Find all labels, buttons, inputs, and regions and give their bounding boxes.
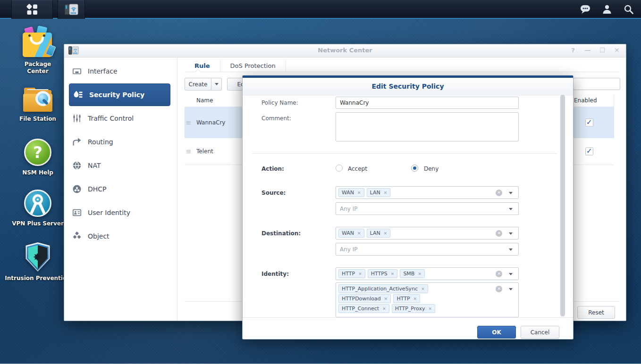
- firewall-flame-icon: [74, 90, 83, 99]
- tag-chip[interactable]: WAN: [338, 229, 364, 238]
- tag-chip[interactable]: HTTP: [393, 294, 420, 303]
- cancel-button[interactable]: Cancel: [521, 326, 559, 339]
- remove-tag-icon[interactable]: [391, 272, 395, 276]
- network-center-taskbar-button[interactable]: [58, 0, 85, 19]
- sidebar-item-object[interactable]: Object: [64, 224, 177, 248]
- main-menu-icon: [26, 3, 38, 16]
- dialog-title: Edit Security Policy: [243, 83, 573, 90]
- enabled-checkbox[interactable]: [585, 119, 593, 127]
- policy-name-cell: Telent: [196, 148, 213, 155]
- main-menu-button[interactable]: [11, 0, 53, 19]
- tag-chip[interactable]: LAN: [367, 188, 391, 197]
- comment-textarea[interactable]: [336, 112, 519, 141]
- deny-radio[interactable]: [411, 165, 418, 172]
- tag-label: HTTP_Connect: [342, 306, 379, 312]
- minimize-button[interactable]: —: [584, 47, 591, 54]
- window-titlebar[interactable]: Network Center ? — ☐ ✕: [64, 44, 626, 58]
- source-interface-field[interactable]: WAN LAN: [336, 186, 519, 199]
- sidebar-item-traffic-control[interactable]: Traffic Control: [64, 107, 177, 130]
- desktop-icon-intrusion-prevention[interactable]: ✸ Intrusion Prevention: [2, 242, 73, 282]
- accept-radio-label[interactable]: Accept: [348, 165, 367, 172]
- remove-tag-icon[interactable]: [421, 287, 425, 291]
- close-button[interactable]: ✕: [614, 47, 620, 54]
- window-controls: ? — ☐ ✕: [570, 47, 620, 54]
- tag-chip[interactable]: HTTP: [338, 269, 365, 278]
- column-header-name[interactable]: Name: [196, 97, 213, 104]
- tag-chip[interactable]: LAN: [367, 229, 391, 238]
- table-search-input[interactable]: [573, 78, 620, 90]
- sidebar-item-dhcp[interactable]: DHCP: [64, 177, 177, 201]
- tag-label: WAN: [342, 190, 354, 196]
- sidebar-item-routing[interactable]: Routing: [64, 130, 177, 154]
- chevron-down-icon[interactable]: [509, 192, 513, 194]
- drag-handle-icon[interactable]: [186, 118, 192, 127]
- enabled-checkbox[interactable]: [585, 148, 593, 156]
- tag-chip[interactable]: HTTP_Proxy: [392, 304, 435, 313]
- destination-interface-field[interactable]: WAN LAN: [336, 227, 519, 240]
- accept-radio[interactable]: [336, 165, 343, 172]
- remove-tag-icon[interactable]: [382, 306, 386, 311]
- sidebar-item-security-policy[interactable]: Security Policy: [69, 83, 170, 106]
- remove-tag-icon[interactable]: [357, 231, 361, 236]
- remove-tag-icon[interactable]: [358, 272, 362, 276]
- tag-chip[interactable]: HTTPS: [368, 269, 398, 278]
- desktop: Package Center File Station ? NSM Help V…: [0, 0, 641, 364]
- remove-tag-icon[interactable]: [384, 297, 388, 301]
- desktop-icon-package-center[interactable]: Package Center: [2, 28, 73, 75]
- create-dropdown-button[interactable]: [211, 78, 222, 91]
- sidebar-item-nat[interactable]: NAT: [64, 154, 177, 177]
- reset-button[interactable]: Reset: [577, 306, 615, 319]
- remove-tag-icon[interactable]: [357, 190, 361, 195]
- chevron-down-icon[interactable]: [509, 288, 513, 290]
- clear-field-icon[interactable]: [496, 190, 502, 196]
- clear-field-icon[interactable]: [496, 286, 502, 292]
- remove-tag-icon[interactable]: [418, 272, 422, 276]
- destination-ip-select[interactable]: Any IP: [336, 243, 519, 256]
- tab-bar: Rule DoS Protection: [185, 59, 619, 72]
- chevron-down-icon[interactable]: [509, 248, 513, 251]
- deny-radio-label[interactable]: Deny: [424, 165, 439, 172]
- tag-chip[interactable]: HTTP_Application_ActiveSync: [338, 284, 428, 293]
- sidebar-item-interface[interactable]: Interface: [64, 59, 177, 83]
- tag-chip[interactable]: HTTPDownload: [338, 294, 391, 303]
- desktop-icon-nsm-help[interactable]: ? NSM Help: [2, 139, 73, 176]
- ok-button[interactable]: OK: [477, 326, 516, 339]
- tag-chip[interactable]: SMB: [400, 269, 425, 278]
- desktop-icon-vpn-plus-server[interactable]: VPN Plus Server: [2, 190, 73, 227]
- chevron-down-icon[interactable]: [509, 208, 513, 210]
- remove-tag-icon[interactable]: [384, 231, 388, 236]
- tag-label: LAN: [370, 190, 380, 196]
- tag-label: SMB: [403, 271, 414, 277]
- section-divider: [252, 153, 557, 154]
- source-ip-select[interactable]: Any IP: [336, 202, 519, 215]
- tag-chip[interactable]: HTTP_Connect: [338, 304, 389, 313]
- create-split-button: Create: [185, 78, 222, 91]
- remove-tag-icon[interactable]: [428, 306, 432, 311]
- cubes-icon: [72, 232, 82, 241]
- identity-service-field[interactable]: HTTP HTTPS SMB: [336, 267, 519, 280]
- policy-name-input[interactable]: [336, 97, 519, 109]
- search-icon[interactable]: [623, 4, 634, 15]
- edit-security-policy-dialog: Edit Security Policy Policy Name: Commen…: [242, 75, 574, 339]
- drag-handle-icon[interactable]: [186, 147, 192, 156]
- chevron-down-icon[interactable]: [509, 273, 513, 275]
- tag-chip[interactable]: WAN: [338, 188, 364, 197]
- desktop-icon-file-station[interactable]: File Station: [2, 88, 73, 123]
- tab-dos-protection[interactable]: DoS Protection: [220, 59, 286, 72]
- notifications-chat-icon[interactable]: [580, 4, 591, 15]
- tab-rule[interactable]: Rule: [185, 59, 220, 72]
- remove-tag-icon[interactable]: [413, 297, 417, 301]
- create-button[interactable]: Create: [185, 78, 211, 91]
- user-account-icon[interactable]: [601, 4, 613, 15]
- scrollbar-thumb[interactable]: [560, 95, 565, 316]
- tag-label: HTTP: [396, 296, 410, 302]
- remove-tag-icon[interactable]: [384, 190, 388, 195]
- column-header-enabled[interactable]: Enabled: [574, 97, 597, 104]
- maximize-button[interactable]: ☐: [599, 47, 606, 54]
- chevron-down-icon[interactable]: [509, 232, 513, 235]
- identity-application-field[interactable]: HTTP_Application_ActiveSync HTTPDownload…: [336, 282, 519, 317]
- clear-field-icon[interactable]: [496, 230, 502, 237]
- sidebar-item-user-identity[interactable]: User Identity: [64, 201, 177, 224]
- help-button[interactable]: ?: [570, 47, 576, 54]
- clear-field-icon[interactable]: [496, 271, 502, 277]
